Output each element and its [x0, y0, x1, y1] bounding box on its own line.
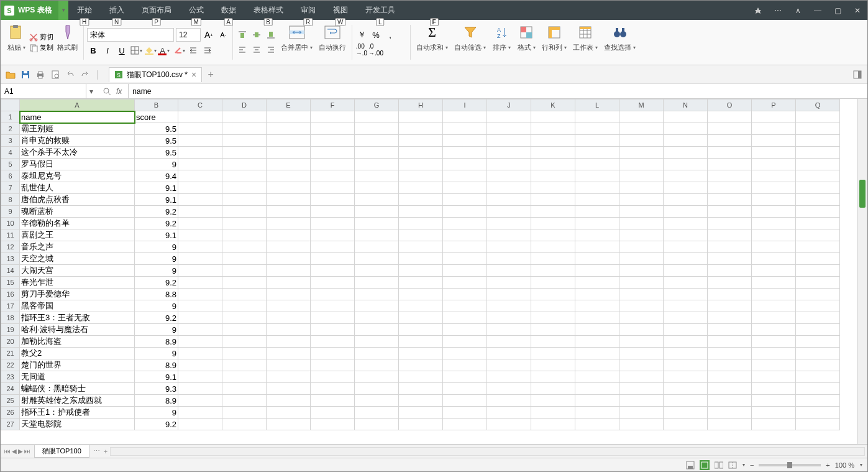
cell[interactable]	[619, 241, 664, 253]
cell[interactable]	[355, 111, 399, 123]
print-preview-icon[interactable]	[49, 68, 62, 81]
cell[interactable]	[487, 229, 531, 241]
cell[interactable]	[355, 241, 399, 253]
cell[interactable]	[311, 277, 355, 289]
cell[interactable]	[619, 289, 664, 300]
cell[interactable]	[708, 218, 752, 229]
cell[interactable]	[178, 348, 222, 359]
cell[interactable]	[178, 300, 222, 312]
cell[interactable]	[487, 324, 531, 336]
cell[interactable]	[796, 300, 840, 312]
cell[interactable]	[708, 277, 752, 289]
cell[interactable]	[664, 265, 708, 277]
cell[interactable]	[531, 182, 575, 194]
row-header[interactable]: 25	[1, 395, 20, 407]
print-icon[interactable]	[34, 68, 47, 81]
row-header[interactable]: 21	[1, 348, 20, 359]
cell[interactable]	[311, 359, 355, 371]
table-row[interactable]: 20加勒比海盗8.9	[1, 336, 840, 348]
name-box-dropdown[interactable]: ▾	[86, 84, 96, 98]
cell[interactable]	[178, 383, 222, 395]
cell[interactable]	[487, 241, 531, 253]
cell[interactable]	[619, 218, 664, 229]
close-icon[interactable]: ✕	[847, 1, 867, 20]
cell[interactable]	[619, 336, 664, 348]
cell[interactable]	[708, 265, 752, 277]
cell[interactable]	[708, 135, 752, 147]
cell[interactable]	[531, 241, 575, 253]
cell[interactable]	[178, 218, 222, 229]
cell[interactable]	[752, 147, 796, 159]
cell[interactable]	[796, 383, 840, 395]
cell[interactable]: 指环王1：护戒使者	[20, 407, 135, 419]
zoom-fx-icon[interactable]	[103, 87, 111, 96]
row-header[interactable]: 14	[1, 265, 20, 277]
cell[interactable]	[399, 419, 443, 430]
wrap-group[interactable]: 自动换行	[316, 22, 349, 63]
cell[interactable]	[222, 336, 267, 348]
cell[interactable]	[796, 289, 840, 300]
cell[interactable]	[796, 170, 840, 182]
align-left-icon[interactable]	[236, 44, 249, 56]
undo-icon[interactable]	[64, 68, 76, 81]
cell[interactable]	[664, 253, 708, 265]
cell[interactable]: 8.9	[135, 336, 178, 348]
new-tab-icon[interactable]: +	[204, 68, 217, 81]
cell[interactable]	[796, 336, 840, 348]
cell[interactable]: 黑客帝国	[20, 300, 135, 312]
cell[interactable]	[531, 123, 575, 135]
cell[interactable]	[619, 383, 664, 395]
cell[interactable]	[708, 300, 752, 312]
cell[interactable]	[267, 170, 311, 182]
cell[interactable]	[487, 300, 531, 312]
row-header[interactable]: 6	[1, 170, 20, 182]
cell[interactable]	[355, 419, 399, 430]
font-size-select[interactable]	[176, 28, 201, 42]
cell[interactable]	[267, 348, 311, 359]
cell[interactable]: 无间道	[20, 371, 135, 383]
cell[interactable]	[267, 229, 311, 241]
cell[interactable]	[267, 147, 311, 159]
cell[interactable]	[796, 395, 840, 407]
cell[interactable]	[311, 419, 355, 430]
minimize-icon[interactable]: —	[808, 1, 828, 20]
cell[interactable]	[355, 277, 399, 289]
cell[interactable]: 肖申克的救赎	[20, 135, 135, 147]
cell[interactable]	[752, 111, 796, 123]
menu-tab-m[interactable]: 公式M	[180, 1, 212, 20]
cell[interactable]	[178, 135, 222, 147]
cell[interactable]	[752, 194, 796, 206]
col-header-G[interactable]: G	[355, 99, 399, 111]
cell[interactable]: 9.2	[135, 277, 178, 289]
cell[interactable]	[487, 289, 531, 300]
cell[interactable]	[222, 348, 267, 359]
col-header-O[interactable]: O	[708, 99, 752, 111]
col-header-P[interactable]: P	[752, 99, 796, 111]
row-header[interactable]: 11	[1, 229, 20, 241]
autofilter-group[interactable]: 自动筛选▾	[452, 22, 488, 63]
cell[interactable]	[575, 336, 619, 348]
cell[interactable]: 9	[135, 159, 178, 170]
cell[interactable]: 辛德勒的名单	[20, 218, 135, 229]
cell[interactable]	[487, 383, 531, 395]
cell[interactable]	[443, 194, 487, 206]
cell[interactable]	[619, 206, 664, 218]
cell[interactable]	[487, 336, 531, 348]
cell[interactable]: 喜剧之王	[20, 229, 135, 241]
cell[interactable]	[708, 241, 752, 253]
cell[interactable]	[664, 277, 708, 289]
cell[interactable]	[399, 336, 443, 348]
cell[interactable]	[355, 312, 399, 324]
cell[interactable]	[487, 407, 531, 419]
cell[interactable]	[575, 159, 619, 170]
cell[interactable]	[664, 147, 708, 159]
cell[interactable]	[267, 289, 311, 300]
cell[interactable]: 射雕英雄传之东成西就	[20, 395, 135, 407]
row-header[interactable]: 9	[1, 206, 20, 218]
cell[interactable]	[619, 348, 664, 359]
cell[interactable]	[619, 395, 664, 407]
cell[interactable]	[178, 289, 222, 300]
cell[interactable]	[222, 265, 267, 277]
font-name-select[interactable]	[87, 28, 174, 42]
row-header[interactable]: 18	[1, 312, 20, 324]
